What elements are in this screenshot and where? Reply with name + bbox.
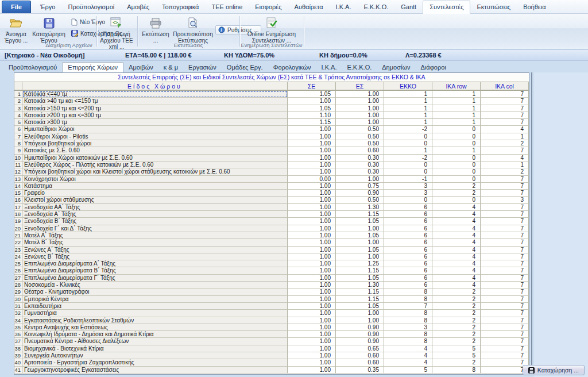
value-cell-es[interactable]: 1.00 — [336, 253, 384, 260]
space-type-cell[interactable]: Κοινωφελή Ιδρύματα - Δημόσια και Δημοτικ… — [22, 331, 288, 338]
value-cell-ika_row[interactable]: 5 — [432, 345, 481, 352]
value-cell-es[interactable]: 1.00 — [336, 119, 384, 126]
value-cell-ika_col[interactable]: 4 — [481, 155, 529, 161]
value-cell-ekko[interactable]: 4 — [384, 359, 432, 366]
value-cell-ika_row[interactable]: 2 — [432, 296, 481, 303]
value-cell-ika_row[interactable]: 0 — [432, 155, 481, 161]
value-cell-es[interactable]: 1.30 — [336, 204, 384, 211]
value-cell-ika_row[interactable]: 0 — [432, 133, 481, 140]
space-type-cell[interactable]: Νοσοκομεία - Κλινικές — [22, 282, 288, 288]
value-cell-ika_col[interactable]: 7 — [481, 303, 529, 310]
value-cell-es[interactable]: 1.00 — [336, 317, 384, 324]
value-cell-ika_col[interactable]: 7 — [481, 296, 529, 303]
value-cell-se[interactable]: 1.00 — [288, 183, 336, 190]
space-type-cell[interactable]: Ξενοδοχεία Β΄ Τάξης — [22, 218, 288, 225]
footer-save-button[interactable]: Καταχώρηση ... — [523, 365, 585, 375]
space-type-cell[interactable]: Ξενώνες Β΄ Τάξης — [22, 253, 288, 260]
page-tab-2[interactable]: Αμοιβών — [123, 63, 158, 72]
value-cell-se[interactable]: 1.00 — [288, 204, 336, 211]
value-cell-ekko[interactable]: 1 — [384, 91, 432, 98]
value-cell-ika_row[interactable]: 4 — [432, 247, 481, 253]
value-cell-ekko[interactable]: 0 — [384, 140, 432, 147]
page-tab-10[interactable]: Διάφοροι — [416, 63, 451, 72]
value-cell-es[interactable]: 0.90 — [336, 338, 384, 345]
space-type-cell[interactable]: Ημιυπαίθριοι Χώροι κατοικιών με Σ.Ε. 0.6… — [22, 155, 288, 161]
value-cell-se[interactable]: 1.00 — [288, 218, 336, 225]
value-cell-se[interactable]: 1.00 — [288, 345, 336, 352]
value-cell-ekko[interactable]: 8 — [384, 296, 432, 303]
value-cell-es[interactable]: 0.30 — [336, 161, 384, 168]
value-cell-se[interactable]: 1.00 — [288, 260, 336, 267]
value-cell-es[interactable]: 1.05 — [336, 247, 384, 253]
menu-tab-ektyposeis[interactable]: Εκτυπώσεις — [470, 1, 517, 13]
space-type-cell[interactable]: Κλειστοί χώροι στάθμευσης — [22, 197, 288, 203]
value-cell-se[interactable]: 1.00 — [288, 232, 336, 239]
value-cell-ekko[interactable]: 1 — [384, 105, 432, 112]
value-cell-se[interactable]: 1.00 — [288, 275, 336, 282]
value-cell-ika_row[interactable]: 4 — [432, 275, 481, 282]
space-type-cell[interactable]: Μοτέλ Α΄ Τάξης — [22, 232, 288, 239]
value-cell-se[interactable]: 1.00 — [288, 352, 336, 359]
space-type-cell[interactable]: Κοινόχρηστοι Χώροι — [22, 176, 288, 183]
space-type-cell[interactable]: Θέατρα - Κινηματογράφοι — [22, 288, 288, 295]
value-cell-ika_col[interactable]: 7 — [481, 98, 529, 105]
space-type-cell[interactable]: Γεωργοκτηνοτροφικές Εγκαταστάσεις — [22, 367, 288, 374]
value-cell-ekko[interactable]: 1 — [384, 147, 432, 154]
value-cell-ika_row[interactable]: 0 — [432, 168, 481, 175]
value-cell-ika_row[interactable]: 2 — [432, 183, 481, 190]
value-cell-se[interactable]: 1.00 — [288, 155, 336, 161]
value-cell-ika_col[interactable]: 7 — [481, 239, 529, 246]
value-cell-se[interactable]: 1.00 — [288, 303, 336, 310]
save-project-button[interactable]: Καταχώρηση Έργου — [31, 15, 67, 44]
page-tab-3[interactable]: κ & μ — [158, 63, 183, 72]
value-cell-ika_row[interactable]: 2 — [432, 190, 481, 197]
value-cell-es[interactable]: 0.30 — [336, 168, 384, 175]
menu-tab-authaireta[interactable]: Αυθαίρετα — [288, 1, 330, 13]
value-cell-ekko[interactable]: 6 — [384, 282, 432, 288]
value-cell-ika_row[interactable]: 1 — [432, 112, 481, 119]
value-cell-es[interactable]: 1.30 — [336, 282, 384, 288]
value-cell-es[interactable]: 0.60 — [336, 147, 384, 154]
value-cell-ika_row[interactable]: 4 — [432, 253, 481, 260]
value-cell-ika_col[interactable]: 7 — [481, 317, 529, 324]
value-cell-se[interactable]: 1.00 — [288, 331, 336, 338]
value-cell-ika_row[interactable]: 8 — [432, 367, 481, 374]
value-cell-ika_row[interactable]: 0 — [432, 197, 481, 203]
value-cell-ekko[interactable]: 6 — [384, 275, 432, 282]
menu-tab-eisfores[interactable]: Εισφορές — [249, 1, 288, 13]
value-cell-ika_row[interactable]: 2 — [432, 324, 481, 331]
value-cell-ika_col[interactable]: 7 — [481, 232, 529, 239]
value-cell-se[interactable]: 1.05 — [288, 105, 336, 112]
space-type-cell[interactable]: Αρτοποιεία - Εργαστήρια Ζαχαροπλαστικής — [22, 359, 288, 366]
value-cell-ekko[interactable]: 8 — [384, 288, 432, 295]
value-cell-se[interactable]: 1.00 — [288, 98, 336, 105]
menu-tab-tee-online[interactable]: TEE online — [205, 1, 249, 13]
value-cell-ika_row[interactable]: 1 — [432, 119, 481, 126]
value-cell-es[interactable]: 0.50 — [336, 140, 384, 147]
value-cell-ika_col[interactable]: 7 — [481, 282, 529, 288]
value-cell-es[interactable]: 1.00 — [336, 98, 384, 105]
value-cell-es[interactable]: 1.05 — [336, 303, 384, 310]
value-cell-ika_row[interactable]: 1 — [432, 98, 481, 105]
value-cell-se[interactable]: 1.00 — [288, 338, 336, 345]
value-cell-ekko[interactable]: 1 — [384, 119, 432, 126]
value-cell-ekko[interactable]: 3 — [384, 183, 432, 190]
value-cell-ekko[interactable]: 6 — [384, 239, 432, 246]
value-cell-ika_row[interactable]: 4 — [432, 260, 481, 267]
value-cell-ika_row[interactable]: 0 — [432, 161, 481, 168]
value-cell-ika_col[interactable]: 7 — [481, 225, 529, 232]
value-cell-ika_row[interactable]: 1 — [432, 91, 481, 98]
page-tab-1[interactable]: Επιρροής Χώρων — [62, 62, 123, 73]
value-cell-ika_row[interactable]: 1 — [432, 147, 481, 154]
value-cell-se[interactable]: 1.05 — [288, 91, 336, 98]
value-cell-ika_col[interactable]: 7 — [481, 260, 529, 267]
value-cell-ika_col[interactable]: 2 — [481, 168, 529, 175]
value-cell-ika_row[interactable]: 5 — [432, 352, 481, 359]
value-cell-ika_row[interactable]: 2 — [432, 331, 481, 338]
value-cell-ika_row[interactable]: 4 — [432, 282, 481, 288]
value-cell-ika_row[interactable]: 4 — [432, 239, 481, 246]
value-cell-ekko[interactable]: 3 — [384, 324, 432, 331]
value-cell-se[interactable]: 1.00 — [288, 140, 336, 147]
value-cell-ika_col[interactable]: 7 — [481, 183, 529, 190]
value-cell-ekko[interactable]: -2 — [384, 126, 432, 133]
